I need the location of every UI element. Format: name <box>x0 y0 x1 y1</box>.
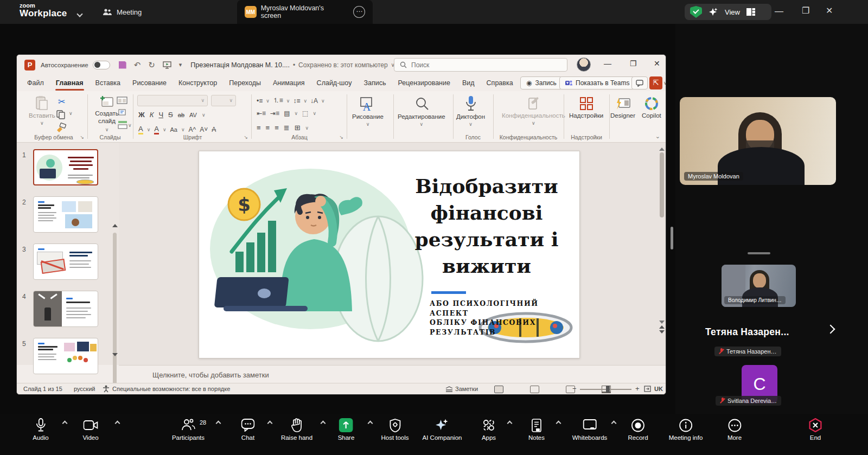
thumbnail-slide-3[interactable] <box>33 243 98 280</box>
video-tile-second[interactable]: Володимир Литвин… <box>722 265 796 307</box>
decrease-indent-button[interactable]: ⇤≡ <box>257 110 266 117</box>
search-box[interactable] <box>394 58 567 72</box>
saved-location[interactable]: Сохранено в: этот компьютер <box>298 61 388 69</box>
meeting-info-button[interactable]: Meeting info <box>669 418 703 441</box>
slide-scrollbar[interactable] <box>659 146 665 335</box>
security-shield-icon[interactable] <box>690 6 702 18</box>
tab-transitions[interactable]: Переходы <box>223 76 267 90</box>
numbering-button[interactable]: ⒈≡ <box>273 96 283 105</box>
tab-home[interactable]: Главная <box>50 76 90 90</box>
columns-button[interactable]: ▤ <box>284 110 290 117</box>
raise-hand-button[interactable]: Raise hand <box>281 418 312 441</box>
chat-chevron-icon[interactable] <box>267 421 273 426</box>
align-left-button[interactable]: ≡ <box>257 124 261 132</box>
filmstrip-drag-handle[interactable] <box>748 252 770 254</box>
designer-button[interactable]: Designer <box>610 97 635 119</box>
window-maximize-button[interactable]: ❐ <box>802 5 809 16</box>
expand-panel-chevron-icon[interactable] <box>826 325 835 334</box>
tab-file[interactable]: Файл <box>21 76 50 90</box>
slideshow-icon[interactable] <box>163 61 171 69</box>
notes-button[interactable]: Notes <box>528 418 545 441</box>
whiteboards-button[interactable]: Whiteboards <box>572 418 608 441</box>
share-chevron-icon[interactable] <box>368 421 373 426</box>
align-right-button[interactable]: ≡ <box>275 124 279 132</box>
drawing-button[interactable]: A Рисование ∨ <box>352 97 384 127</box>
scroll-down-icon[interactable] <box>659 321 665 324</box>
change-case-button[interactable]: Aa <box>170 126 177 133</box>
thumbnail-slide-2[interactable] <box>33 196 98 233</box>
font-size-dropdown[interactable]: ∨ <box>211 95 236 106</box>
record-button[interactable]: ◉ Запись <box>520 76 563 89</box>
comments-button[interactable] <box>631 76 648 89</box>
paste-button[interactable]: Вставить ∨ <box>29 95 55 126</box>
tab-meeting[interactable]: Meeting <box>95 0 149 24</box>
slide-title[interactable]: Відобразити фінансові результати і вижит… <box>411 173 563 279</box>
slide-sorter-view-button[interactable] <box>530 386 539 393</box>
paste-chevron-icon[interactable]: ∨ <box>40 120 44 126</box>
zoom-slider-thumb[interactable] <box>606 386 610 393</box>
notes-pane[interactable]: Щелкните, чтобы добавить заметки <box>119 365 666 384</box>
ppt-maximize-button[interactable]: ❐ <box>630 59 637 68</box>
section-chevron-icon[interactable]: ∨ <box>128 123 132 128</box>
editing-button[interactable]: Редактирование ∨ <box>398 97 445 127</box>
end-button[interactable]: End <box>808 418 822 441</box>
copilot-button[interactable]: Copilot <box>642 97 661 119</box>
tab-slideshow[interactable]: Слайд-шоу <box>311 76 358 90</box>
undo-icon[interactable]: ↶ <box>134 60 141 70</box>
window-close-button[interactable]: ✕ <box>826 5 833 16</box>
apps-chevron-icon[interactable] <box>507 421 513 426</box>
underline-button[interactable]: Ч <box>158 111 163 119</box>
video-chevron-icon[interactable] <box>115 421 120 426</box>
layout-slide-icon[interactable] <box>117 97 127 104</box>
window-minimize-button[interactable]: — <box>775 7 783 16</box>
addins-button[interactable]: Надстройки <box>569 97 603 119</box>
spacing-chevron-icon[interactable]: ∨ <box>202 112 206 118</box>
presence-chevron-icon[interactable]: ∨ <box>663 80 666 86</box>
collapse-ribbon-icon[interactable]: ⌄ <box>655 133 660 140</box>
tab-options-icon[interactable]: ⋯ <box>353 6 365 18</box>
font-name-dropdown[interactable]: ∨ <box>137 95 208 106</box>
search-input[interactable] <box>411 61 547 69</box>
text-direction-button[interactable]: ↓A <box>310 97 318 105</box>
tab-record[interactable]: Запись <box>358 76 392 90</box>
previous-slide-icon[interactable] <box>659 325 665 329</box>
format-painter-icon[interactable] <box>56 123 67 132</box>
chat-button[interactable]: Chat <box>241 418 255 441</box>
tab-review[interactable]: Рецензирование <box>392 76 456 90</box>
copy-chevron-icon[interactable]: ∨ <box>69 111 73 116</box>
video-button[interactable]: Video <box>82 418 98 441</box>
dictate-button[interactable]: Диктофон ∨ <box>456 95 485 127</box>
zoom-slider[interactable] <box>580 389 631 390</box>
view-button[interactable]: View <box>725 8 740 16</box>
tab-draw[interactable]: Рисование <box>126 76 173 90</box>
redo-icon[interactable]: ↻ <box>148 60 155 70</box>
tab-view[interactable]: Вид <box>456 76 481 90</box>
bullets-button[interactable]: •≡ <box>257 97 263 105</box>
fit-slide-icon[interactable] <box>644 386 651 392</box>
whiteboards-chevron-icon[interactable] <box>611 421 617 426</box>
share-to-teams-button[interactable]: Показать в Teams <box>559 76 635 89</box>
section-icon[interactable] <box>118 120 127 129</box>
clear-formatting-button[interactable]: A <box>212 126 216 133</box>
workspace-chevron-icon[interactable] <box>78 9 82 18</box>
record-button-zoom[interactable]: Record <box>628 418 648 441</box>
bold-button[interactable]: Ж <box>138 111 145 119</box>
scroll-up-icon[interactable] <box>659 148 665 151</box>
increase-indent-button[interactable]: ⇥≡ <box>270 110 279 117</box>
slide-counter[interactable]: Слайд 1 из 15 <box>23 386 62 392</box>
drawing-chevron-icon[interactable]: ∨ <box>366 121 370 127</box>
accessibility-status[interactable]: Специальные возможности: все в порядке <box>112 386 230 392</box>
ai-sparkle-icon[interactable] <box>709 7 718 17</box>
thumbnail-scroll-down-icon[interactable] <box>112 353 118 356</box>
normal-view-button[interactable] <box>494 386 503 393</box>
copy-icon[interactable] <box>56 110 66 119</box>
thumbnail-slide-4[interactable] <box>33 291 98 327</box>
tab-shared-screen[interactable]: MM Myroslav Moldovan's screen ⋯ <box>237 0 373 24</box>
clipboard-dialog-launcher-icon[interactable]: ↘ <box>80 134 84 140</box>
shrink-font-button[interactable]: A˅ <box>200 126 208 133</box>
cut-icon[interactable]: ✂ <box>58 97 65 107</box>
editing-chevron-icon[interactable]: ∨ <box>420 121 424 127</box>
smartart-button[interactable]: ⊞ <box>295 124 301 132</box>
font-dialog-launcher-icon[interactable]: ↘ <box>244 134 248 140</box>
zoom-in-button[interactable]: + <box>635 384 640 393</box>
